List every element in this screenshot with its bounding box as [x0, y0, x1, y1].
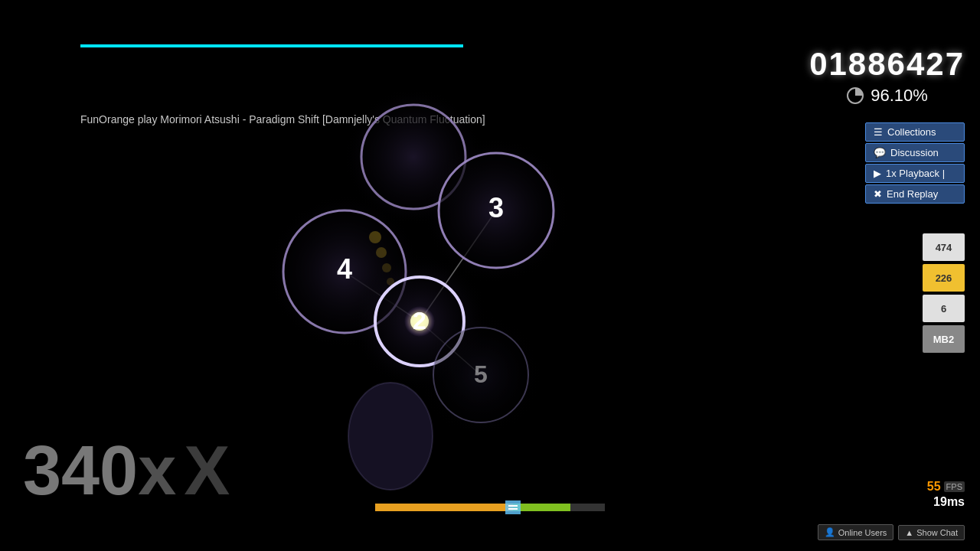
stat-boxes: 474 226 6 MB2 [923, 233, 965, 353]
stat-box-1: 474 [923, 233, 965, 261]
svg-text:4: 4 [337, 253, 352, 285]
combo-x-label: x [138, 436, 176, 505]
svg-text:3: 3 [488, 192, 504, 223]
online-users-icon: 👤 [825, 527, 835, 537]
bottom-bar-green [513, 504, 570, 511]
combo-area: 340 x X [23, 436, 230, 505]
bottom-progress-bar[interactable] [375, 504, 605, 511]
fps-label: FPS [944, 481, 965, 492]
svg-point-24 [348, 383, 433, 490]
bottom-stats: 55 FPS 19ms [927, 480, 965, 509]
show-chat-button[interactable]: ▲ Show Chat [898, 525, 965, 540]
stat-box-3: 6 [923, 295, 965, 322]
fps-stat: 55 FPS [927, 480, 965, 494]
ms-value: 19ms [933, 495, 965, 509]
svg-text:2: 2 [413, 307, 426, 334]
bottom-ui: 👤 Online Users ▲ Show Chat [818, 524, 965, 540]
bottom-bar-cursor [505, 500, 521, 514]
online-users-button[interactable]: 👤 Online Users [818, 524, 894, 540]
bottom-bar-orange [375, 504, 513, 511]
stat-box-4: MB2 [923, 325, 965, 353]
show-chat-label: Show Chat [916, 528, 958, 537]
stat-box-2: 226 [923, 264, 965, 292]
combo-miss-label: X [184, 436, 230, 505]
svg-text:5: 5 [474, 360, 488, 388]
ms-stat: 19ms [933, 495, 965, 509]
combo-number: 340 [23, 436, 138, 505]
online-users-label: Online Users [838, 528, 887, 537]
fps-value: 55 [927, 480, 941, 494]
show-chat-icon: ▲ [905, 528, 913, 537]
